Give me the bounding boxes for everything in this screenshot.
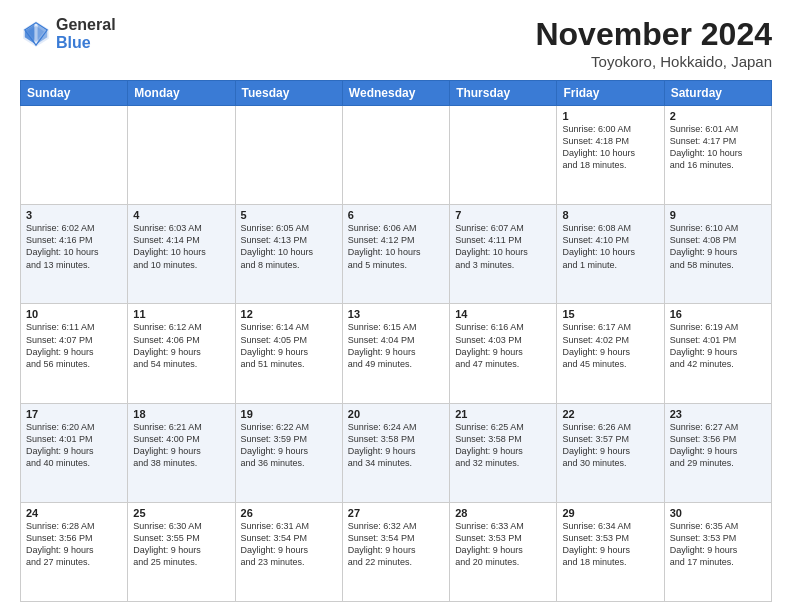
day-info: Sunrise: 6:28 AM Sunset: 3:56 PM Dayligh…	[26, 520, 122, 569]
day-number: 13	[348, 308, 444, 320]
logo-icon	[20, 18, 52, 50]
calendar-title: November 2024	[535, 16, 772, 53]
calendar-header-row: Sunday Monday Tuesday Wednesday Thursday…	[21, 81, 772, 106]
calendar-subtitle: Toyokoro, Hokkaido, Japan	[535, 53, 772, 70]
table-row	[450, 106, 557, 205]
day-number: 14	[455, 308, 551, 320]
day-info: Sunrise: 6:16 AM Sunset: 4:03 PM Dayligh…	[455, 321, 551, 370]
table-row: 16Sunrise: 6:19 AM Sunset: 4:01 PM Dayli…	[664, 304, 771, 403]
table-row: 4Sunrise: 6:03 AM Sunset: 4:14 PM Daylig…	[128, 205, 235, 304]
day-number: 22	[562, 408, 658, 420]
day-info: Sunrise: 6:25 AM Sunset: 3:58 PM Dayligh…	[455, 421, 551, 470]
table-row: 12Sunrise: 6:14 AM Sunset: 4:05 PM Dayli…	[235, 304, 342, 403]
day-info: Sunrise: 6:02 AM Sunset: 4:16 PM Dayligh…	[26, 222, 122, 271]
day-number: 18	[133, 408, 229, 420]
table-row: 24Sunrise: 6:28 AM Sunset: 3:56 PM Dayli…	[21, 502, 128, 601]
day-info: Sunrise: 6:08 AM Sunset: 4:10 PM Dayligh…	[562, 222, 658, 271]
day-info: Sunrise: 6:34 AM Sunset: 3:53 PM Dayligh…	[562, 520, 658, 569]
day-number: 27	[348, 507, 444, 519]
col-saturday: Saturday	[664, 81, 771, 106]
day-number: 7	[455, 209, 551, 221]
day-info: Sunrise: 6:33 AM Sunset: 3:53 PM Dayligh…	[455, 520, 551, 569]
day-info: Sunrise: 6:01 AM Sunset: 4:17 PM Dayligh…	[670, 123, 766, 172]
day-number: 24	[26, 507, 122, 519]
day-number: 23	[670, 408, 766, 420]
day-number: 25	[133, 507, 229, 519]
day-number: 9	[670, 209, 766, 221]
table-row: 21Sunrise: 6:25 AM Sunset: 3:58 PM Dayli…	[450, 403, 557, 502]
table-row: 14Sunrise: 6:16 AM Sunset: 4:03 PM Dayli…	[450, 304, 557, 403]
day-info: Sunrise: 6:17 AM Sunset: 4:02 PM Dayligh…	[562, 321, 658, 370]
day-info: Sunrise: 6:19 AM Sunset: 4:01 PM Dayligh…	[670, 321, 766, 370]
table-row: 18Sunrise: 6:21 AM Sunset: 4:00 PM Dayli…	[128, 403, 235, 502]
table-row: 22Sunrise: 6:26 AM Sunset: 3:57 PM Dayli…	[557, 403, 664, 502]
table-row: 11Sunrise: 6:12 AM Sunset: 4:06 PM Dayli…	[128, 304, 235, 403]
day-info: Sunrise: 6:06 AM Sunset: 4:12 PM Dayligh…	[348, 222, 444, 271]
table-row: 19Sunrise: 6:22 AM Sunset: 3:59 PM Dayli…	[235, 403, 342, 502]
day-info: Sunrise: 6:03 AM Sunset: 4:14 PM Dayligh…	[133, 222, 229, 271]
day-info: Sunrise: 6:00 AM Sunset: 4:18 PM Dayligh…	[562, 123, 658, 172]
day-number: 26	[241, 507, 337, 519]
table-row: 25Sunrise: 6:30 AM Sunset: 3:55 PM Dayli…	[128, 502, 235, 601]
col-wednesday: Wednesday	[342, 81, 449, 106]
table-row: 2Sunrise: 6:01 AM Sunset: 4:17 PM Daylig…	[664, 106, 771, 205]
table-row: 26Sunrise: 6:31 AM Sunset: 3:54 PM Dayli…	[235, 502, 342, 601]
day-number: 5	[241, 209, 337, 221]
calendar-table: Sunday Monday Tuesday Wednesday Thursday…	[20, 80, 772, 602]
table-row: 3Sunrise: 6:02 AM Sunset: 4:16 PM Daylig…	[21, 205, 128, 304]
col-friday: Friday	[557, 81, 664, 106]
day-number: 29	[562, 507, 658, 519]
day-info: Sunrise: 6:32 AM Sunset: 3:54 PM Dayligh…	[348, 520, 444, 569]
day-number: 20	[348, 408, 444, 420]
day-info: Sunrise: 6:27 AM Sunset: 3:56 PM Dayligh…	[670, 421, 766, 470]
day-number: 2	[670, 110, 766, 122]
table-row	[342, 106, 449, 205]
day-number: 12	[241, 308, 337, 320]
day-info: Sunrise: 6:12 AM Sunset: 4:06 PM Dayligh…	[133, 321, 229, 370]
table-row	[235, 106, 342, 205]
page: General Blue November 2024 Toyokoro, Hok…	[0, 0, 792, 612]
table-row: 10Sunrise: 6:11 AM Sunset: 4:07 PM Dayli…	[21, 304, 128, 403]
day-number: 30	[670, 507, 766, 519]
day-info: Sunrise: 6:24 AM Sunset: 3:58 PM Dayligh…	[348, 421, 444, 470]
day-info: Sunrise: 6:30 AM Sunset: 3:55 PM Dayligh…	[133, 520, 229, 569]
day-info: Sunrise: 6:07 AM Sunset: 4:11 PM Dayligh…	[455, 222, 551, 271]
col-tuesday: Tuesday	[235, 81, 342, 106]
day-number: 16	[670, 308, 766, 320]
day-info: Sunrise: 6:26 AM Sunset: 3:57 PM Dayligh…	[562, 421, 658, 470]
table-row: 17Sunrise: 6:20 AM Sunset: 4:01 PM Dayli…	[21, 403, 128, 502]
day-number: 3	[26, 209, 122, 221]
day-number: 11	[133, 308, 229, 320]
logo-text: General Blue	[56, 16, 116, 52]
table-row: 13Sunrise: 6:15 AM Sunset: 4:04 PM Dayli…	[342, 304, 449, 403]
day-info: Sunrise: 6:22 AM Sunset: 3:59 PM Dayligh…	[241, 421, 337, 470]
col-monday: Monday	[128, 81, 235, 106]
day-info: Sunrise: 6:10 AM Sunset: 4:08 PM Dayligh…	[670, 222, 766, 271]
day-info: Sunrise: 6:20 AM Sunset: 4:01 PM Dayligh…	[26, 421, 122, 470]
table-row: 5Sunrise: 6:05 AM Sunset: 4:13 PM Daylig…	[235, 205, 342, 304]
day-number: 17	[26, 408, 122, 420]
day-number: 15	[562, 308, 658, 320]
header: General Blue November 2024 Toyokoro, Hok…	[20, 16, 772, 70]
table-row: 15Sunrise: 6:17 AM Sunset: 4:02 PM Dayli…	[557, 304, 664, 403]
day-number: 1	[562, 110, 658, 122]
table-row	[21, 106, 128, 205]
table-row: 28Sunrise: 6:33 AM Sunset: 3:53 PM Dayli…	[450, 502, 557, 601]
day-info: Sunrise: 6:15 AM Sunset: 4:04 PM Dayligh…	[348, 321, 444, 370]
table-row: 29Sunrise: 6:34 AM Sunset: 3:53 PM Dayli…	[557, 502, 664, 601]
day-number: 10	[26, 308, 122, 320]
table-row: 20Sunrise: 6:24 AM Sunset: 3:58 PM Dayli…	[342, 403, 449, 502]
day-number: 4	[133, 209, 229, 221]
day-number: 19	[241, 408, 337, 420]
table-row: 9Sunrise: 6:10 AM Sunset: 4:08 PM Daylig…	[664, 205, 771, 304]
table-row: 8Sunrise: 6:08 AM Sunset: 4:10 PM Daylig…	[557, 205, 664, 304]
table-row: 27Sunrise: 6:32 AM Sunset: 3:54 PM Dayli…	[342, 502, 449, 601]
col-sunday: Sunday	[21, 81, 128, 106]
day-info: Sunrise: 6:11 AM Sunset: 4:07 PM Dayligh…	[26, 321, 122, 370]
day-info: Sunrise: 6:05 AM Sunset: 4:13 PM Dayligh…	[241, 222, 337, 271]
table-row: 1Sunrise: 6:00 AM Sunset: 4:18 PM Daylig…	[557, 106, 664, 205]
col-thursday: Thursday	[450, 81, 557, 106]
day-info: Sunrise: 6:35 AM Sunset: 3:53 PM Dayligh…	[670, 520, 766, 569]
title-block: November 2024 Toyokoro, Hokkaido, Japan	[535, 16, 772, 70]
table-row: 23Sunrise: 6:27 AM Sunset: 3:56 PM Dayli…	[664, 403, 771, 502]
